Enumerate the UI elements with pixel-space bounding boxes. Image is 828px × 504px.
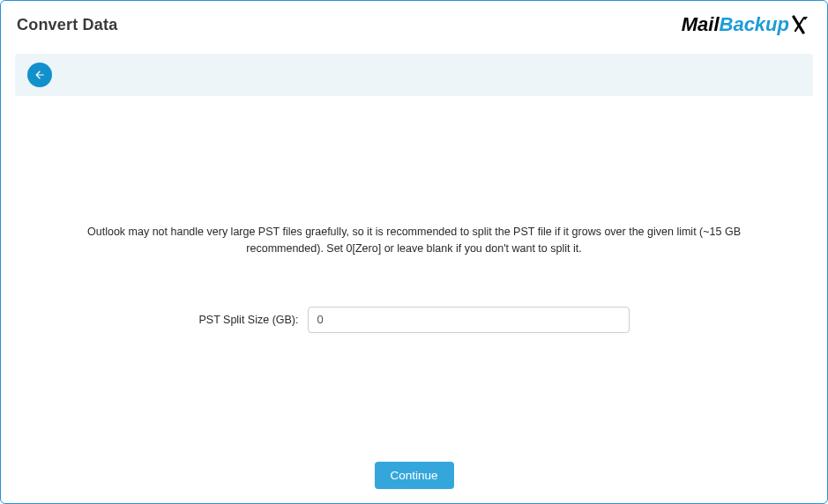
- logo-text-backup: Backup: [720, 13, 789, 36]
- logo-text-mail: Mail: [682, 13, 720, 36]
- header: Convert Data MailBackup: [1, 1, 827, 45]
- app-logo: MailBackup: [682, 13, 811, 36]
- back-button[interactable]: [27, 63, 52, 87]
- logo-x-icon: [792, 13, 811, 36]
- pst-split-size-input[interactable]: [308, 307, 630, 333]
- page-title: Convert Data: [17, 16, 117, 34]
- toolbar: [15, 54, 813, 96]
- continue-button[interactable]: Continue: [374, 462, 453, 489]
- description-text: Outlook may not handle very large PST fi…: [53, 224, 776, 258]
- pst-split-size-label: PST Split Size (GB):: [199, 314, 299, 326]
- back-arrow-icon: [34, 69, 46, 81]
- main-content: Outlook may not handle very large PST fi…: [1, 96, 827, 333]
- form-row: PST Split Size (GB):: [1, 307, 827, 333]
